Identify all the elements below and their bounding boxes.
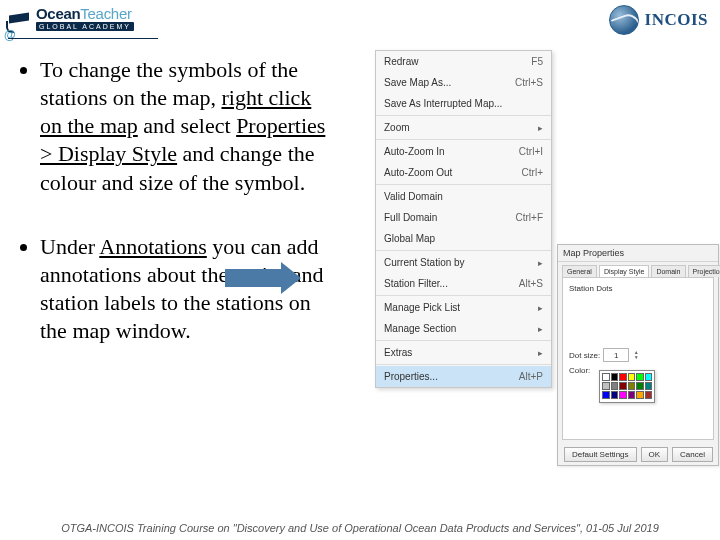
color-swatch[interactable]	[611, 382, 619, 390]
incois-logo: INCOIS	[609, 5, 708, 35]
menu-item-properties[interactable]: Properties...Alt+P	[376, 366, 551, 387]
color-swatch[interactable]	[628, 382, 636, 390]
logo-text-teacher: Teacher	[80, 6, 131, 21]
menu-item-global-map[interactable]: Global Map	[376, 228, 551, 249]
logo-text-academy: GLOBAL ACADEMY	[36, 22, 134, 31]
incois-text: INCOIS	[645, 10, 708, 30]
color-swatch[interactable]	[611, 391, 619, 399]
color-swatch[interactable]	[619, 391, 627, 399]
menu-item-extras[interactable]: Extras▸	[376, 342, 551, 363]
chevron-right-icon: ▸	[538, 303, 543, 313]
color-swatch[interactable]	[619, 382, 627, 390]
graduation-cap-icon: @	[8, 10, 32, 34]
dot-size-input[interactable]: 1	[603, 348, 629, 362]
menu-item-auto-zoom-in[interactable]: Auto-Zoom InCtrl+I	[376, 141, 551, 162]
color-swatch[interactable]	[611, 373, 619, 381]
tab-general[interactable]: General	[562, 265, 597, 277]
default-settings-button[interactable]: Default Settings	[564, 447, 636, 462]
tab-projection[interactable]: Projection	[688, 265, 721, 277]
slide-text: To change the symbols of the stations on…	[18, 56, 328, 381]
menu-item-manage-section[interactable]: Manage Section▸	[376, 318, 551, 339]
chevron-right-icon: ▸	[538, 348, 543, 358]
oceanteacher-logo: @ Ocean Teacher GLOBAL ACADEMY	[8, 6, 134, 34]
color-label: Color:	[569, 366, 590, 375]
color-swatch[interactable]	[645, 391, 653, 399]
context-menu: RedrawF5Save Map As...Ctrl+SSave As Inte…	[375, 50, 552, 388]
color-swatch[interactable]	[602, 391, 610, 399]
tab-domain[interactable]: Domain	[651, 265, 685, 277]
color-swatch[interactable]	[636, 391, 644, 399]
dot-size-label: Dot size:	[569, 351, 600, 360]
cancel-button[interactable]: Cancel	[672, 447, 713, 462]
menu-item-valid-domain[interactable]: Valid Domain	[376, 186, 551, 207]
color-swatch[interactable]	[636, 382, 644, 390]
color-swatch[interactable]	[645, 382, 653, 390]
dialog-tabs: GeneralDisplay StyleDomainProjectionLaye…	[558, 262, 718, 277]
dot-size-stepper[interactable]: ▲▼	[632, 350, 640, 360]
menu-item-redraw[interactable]: RedrawF5	[376, 51, 551, 72]
arrow-right-icon	[225, 262, 301, 294]
menu-item-auto-zoom-out[interactable]: Auto-Zoom OutCtrl+	[376, 162, 551, 183]
color-dropdown[interactable]	[599, 370, 655, 403]
map-properties-dialog: Map Properties GeneralDisplay StyleDomai…	[557, 244, 719, 466]
chevron-right-icon: ▸	[538, 123, 543, 133]
menu-item-manage-pick-list[interactable]: Manage Pick List▸	[376, 297, 551, 318]
menu-item-zoom[interactable]: Zoom▸	[376, 117, 551, 138]
dialog-body: Station Dots Dot size: 1 ▲▼ Color:	[562, 277, 714, 440]
tab-display-style[interactable]: Display Style	[599, 265, 649, 277]
menu-item-station-filter[interactable]: Station Filter...Alt+S	[376, 273, 551, 294]
ok-button[interactable]: OK	[641, 447, 669, 462]
dialog-title: Map Properties	[558, 245, 718, 262]
color-swatch[interactable]	[645, 373, 653, 381]
color-swatch[interactable]	[602, 382, 610, 390]
color-swatch[interactable]	[619, 373, 627, 381]
footer-text: OTGA-INCOIS Training Course on "Discover…	[0, 522, 720, 534]
station-dots-label: Station Dots	[569, 284, 613, 293]
color-swatch[interactable]	[628, 373, 636, 381]
color-swatch[interactable]	[636, 373, 644, 381]
menu-item-save-as-interrupted-map[interactable]: Save As Interrupted Map...	[376, 93, 551, 114]
menu-item-full-domain[interactable]: Full DomainCtrl+F	[376, 207, 551, 228]
bullet-1: To change the symbols of the stations on…	[40, 56, 328, 197]
menu-item-save-map-as[interactable]: Save Map As...Ctrl+S	[376, 72, 551, 93]
color-swatch[interactable]	[602, 373, 610, 381]
globe-icon	[609, 5, 639, 35]
logo-text-ocean: Ocean	[36, 6, 80, 21]
menu-item-current-station-by[interactable]: Current Station by▸	[376, 252, 551, 273]
chevron-right-icon: ▸	[538, 258, 543, 268]
chevron-right-icon: ▸	[538, 324, 543, 334]
color-swatch[interactable]	[628, 391, 636, 399]
